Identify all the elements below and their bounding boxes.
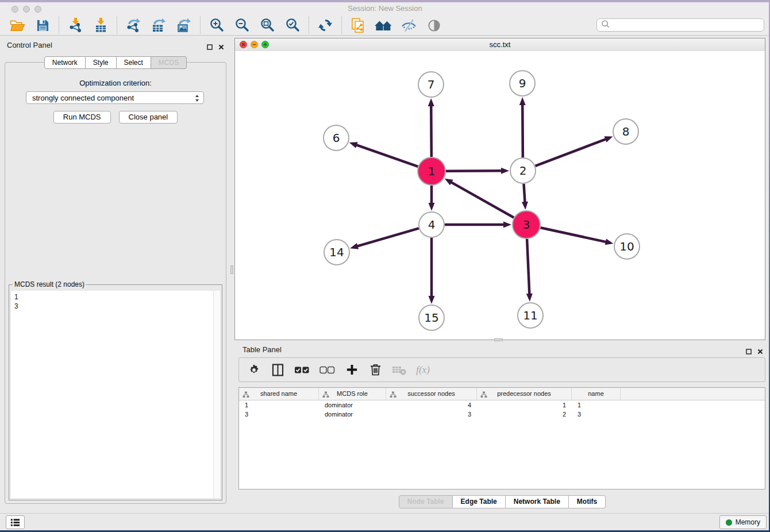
network-document-icon[interactable] [345,16,371,34]
column-header-shared-name[interactable]: shared name [239,388,319,400]
zoom-in-icon[interactable] [204,16,229,34]
table-panel-tabs: Node TableEdge TableNetwork TableMotifs [234,495,770,508]
search-icon [601,20,610,31]
cell-successor-nodes[interactable]: 3 [386,410,477,419]
open-file-icon[interactable] [5,16,30,34]
float-table-panel-icon[interactable] [746,346,752,357]
column-header-successor-nodes[interactable]: successor nodes [386,388,477,400]
window-title: Session: New Session [0,4,770,13]
task-list-icon [9,517,21,528]
search-input[interactable] [610,21,764,30]
optimization-criterion-label: Optimization criterion: [5,79,226,87]
graph-node-label-3: 3 [523,218,530,232]
toolbar-separator [117,17,117,34]
cell-MCDS-role[interactable]: dominator [319,410,386,419]
import-network-icon[interactable] [63,16,88,34]
desktop-edge-top [0,0,770,2]
zoom-fit-icon[interactable] [255,16,280,34]
delete-table-icon-disabled [392,362,406,378]
table-tab-node-table[interactable]: Node Table [399,495,453,508]
mcds-result-area[interactable]: 1 3 [11,291,220,498]
cell-shared-name[interactable]: 1 [239,400,319,410]
create-column-icon[interactable] [345,362,359,378]
network-graph[interactable]: 7968124314101511 [235,51,765,340]
column-hierarchy-icon [390,390,396,400]
column-hierarchy-icon [480,390,487,400]
result-scrollbar[interactable] [213,291,220,498]
horizontal-splitter-handle[interactable] [494,338,503,341]
graph-node-label-6: 6 [333,131,340,145]
column-header-predecessor-nodes[interactable]: predecessor nodes [477,388,572,400]
graph-node-label-15: 15 [424,311,438,325]
criterion-selected-value: strongly connected component [32,94,134,102]
network-canvas[interactable]: 7968124314101511 [235,51,765,340]
graph-node-label-4: 4 [428,218,436,232]
mcds-result-text: 1 3 [11,291,220,313]
cell-name[interactable]: 1 [572,400,621,410]
zoom-out-icon[interactable] [229,16,255,34]
memory-button[interactable]: Memory [719,515,767,529]
network-window-titlebar[interactable]: scc.txt [235,38,765,52]
control-tab-network[interactable]: Network [44,56,86,69]
export-table-icon[interactable] [146,16,171,34]
column-header-name[interactable]: name [572,388,621,400]
float-panel-icon[interactable] [207,42,213,52]
control-tab-mcds[interactable]: MCDS [151,56,187,69]
toolbar-separator [341,17,342,34]
table-panel: Table Panel f(x) shared nameMCDS rolesuc… [234,342,770,511]
control-tab-select[interactable]: Select [117,56,151,69]
main-toolbar [0,16,770,36]
status-bar: Memory [0,513,770,530]
graph-node-label-11: 11 [523,309,537,322]
column-header-MCDS-role[interactable]: MCDS role [319,388,386,400]
unselect-all-columns-icon[interactable] [319,362,335,378]
toggle-column-panel-icon[interactable] [271,362,284,378]
node-table: shared nameMCDS rolesuccessor nodesprede… [238,387,765,489]
close-panel-icon[interactable] [218,42,224,52]
task-history-button[interactable] [6,515,25,529]
eye-icon[interactable] [421,16,446,34]
graph-node-label-2: 2 [519,164,527,178]
table-row[interactable]: 1dominator411 [239,400,765,410]
control-panel: Control Panel NetworkStyleSelectMCDS Opt… [0,36,231,513]
cell-predecessor-nodes[interactable]: 2 [477,410,572,419]
cell-shared-name[interactable]: 3 [239,410,319,419]
zoom-selected-icon[interactable] [280,16,305,34]
export-network-icon[interactable] [121,16,146,34]
cell-successor-nodes[interactable]: 4 [386,400,477,410]
close-panel-button[interactable]: Close panel [119,111,178,124]
select-all-columns-icon[interactable] [294,362,310,378]
graph-node-label-8: 8 [622,125,630,138]
export-image-icon[interactable] [171,16,197,34]
table-tab-motifs[interactable]: Motifs [569,495,606,508]
run-mcds-button[interactable]: Run MCDS [53,111,111,124]
save-session-icon[interactable] [30,16,55,34]
network-window-title: scc.txt [235,40,765,49]
vertical-splitter-handle[interactable] [230,265,233,274]
table-tab-network-table[interactable]: Network Table [506,495,569,508]
column-hierarchy-icon [242,390,249,400]
table-row[interactable]: 3dominator323 [239,410,765,419]
eye-slash-icon[interactable] [396,16,421,34]
table-settings-icon[interactable] [247,362,261,378]
cell-predecessor-nodes[interactable]: 1 [477,400,572,410]
close-table-panel-icon[interactable] [757,346,763,357]
table-tab-edge-table[interactable]: Edge Table [453,495,506,508]
criterion-select[interactable]: strongly connected component [26,91,204,104]
node-table-header: shared nameMCDS rolesuccessor nodesprede… [239,388,765,400]
delete-column-icon[interactable] [368,362,382,378]
mcds-result-title: MCDS result (2 nodes) [13,280,86,288]
table-panel-title: Table Panel [242,345,282,354]
search-box[interactable] [596,18,764,32]
refresh-icon[interactable] [313,16,338,34]
select-stepper-icon [194,94,200,105]
function-builder-icon-disabled: f(x) [416,362,430,378]
toolbar-separator [309,17,309,34]
import-table-icon[interactable] [88,16,113,34]
houses-icon[interactable] [371,16,396,34]
graph-node-label-14: 14 [329,245,344,259]
cell-name[interactable]: 3 [572,410,621,419]
control-tab-style[interactable]: Style [86,56,117,69]
cell-MCDS-role[interactable]: dominator [319,400,386,410]
memory-status-icon [726,519,732,526]
